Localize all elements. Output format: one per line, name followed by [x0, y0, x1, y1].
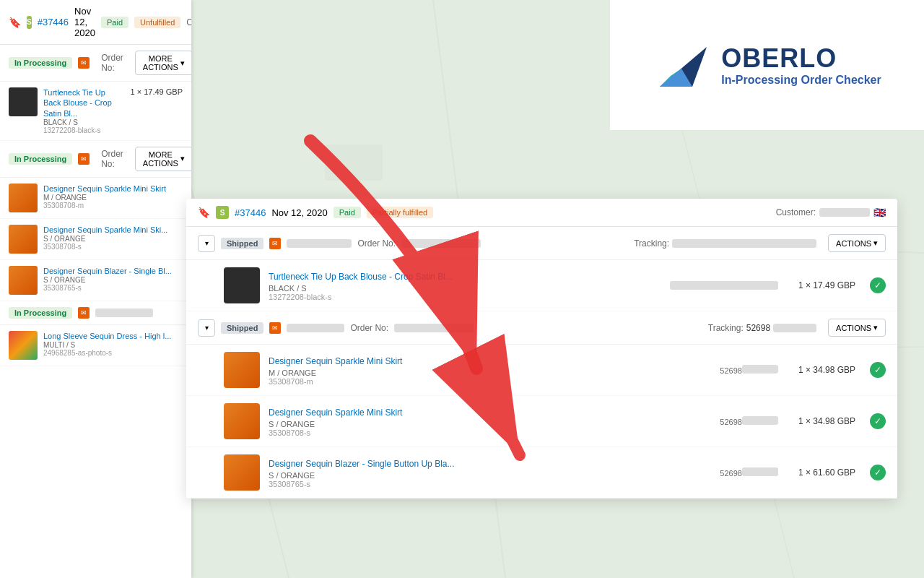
actions-btn-1[interactable]: ACTIONS ▾: [828, 234, 886, 252]
status-badge: Unfulfilled: [134, 17, 180, 28]
more-actions-btn-1[interactable]: MORE ACTIONS ▾: [135, 51, 191, 75]
oberlo-panel: OBERLO In-Processing Order Checker: [610, 0, 924, 130]
overlay-thumb-1-1: [224, 267, 260, 303]
tracking-number-2: 52698: [746, 323, 770, 333]
overlay-product-row-1-1: Turtleneck Tie Up Back Blouse - Crop Sat…: [186, 260, 897, 311]
tracking-section-1: Tracking:: [634, 238, 816, 249]
product-name-1-1[interactable]: Turtleneck Tie Up Back Blouse - Crop Sat…: [43, 87, 125, 118]
product-sku-3-1: 24968285-as-photo-s: [43, 349, 183, 357]
overlay-product-sku-2-1: 35308708-m: [269, 377, 711, 386]
product-thumb-2-2: [9, 225, 38, 254]
customer-section: Customer: 🇬🇧: [186, 17, 191, 28]
overlay-product-variant-2-3: S / ORANGE: [269, 471, 711, 480]
overlay-product-name-2-2[interactable]: Designer Sequin Sparkle Mini Skirt: [269, 407, 402, 418]
overlay-product-variant-2-1: M / ORANGE: [269, 368, 711, 377]
left-panel: 🔖 S #37446 Nov 12, 2020 Paid Unfulfilled…: [0, 0, 191, 578]
shipped-order-no-label-2: Order No:: [350, 323, 388, 333]
product-variant-2-3: S / ORANGE: [43, 276, 183, 284]
overlay-paid-badge: Paid: [334, 207, 361, 218]
product-name-2-1[interactable]: Designer Sequin Sparkle Mini Skirt: [43, 184, 183, 194]
overlay-quantity-1-1: 1 × 17.49 GBP: [798, 280, 855, 290]
product-sku-2-1: 35308708-m: [43, 202, 183, 210]
oberlo-subtitle: In-Processing Order Checker: [721, 74, 881, 87]
product-thumb-1-1: [9, 87, 38, 116]
product-variant-2-2: S / ORANGE: [43, 235, 183, 243]
overlay-thumb-2-3: [224, 454, 260, 491]
order-header: 🔖 S #37446 Nov 12, 2020 Paid Unfulfilled…: [0, 0, 191, 45]
overlay-product-name-1-1[interactable]: Turtleneck Tie Up Back Blouse - Crop Sat…: [269, 272, 453, 282]
more-actions-btn-2[interactable]: MORE ACTIONS ▾: [135, 147, 191, 171]
overlay-product-row-2-2: Designer Sequin Sparkle Mini Skirt S / O…: [186, 396, 897, 447]
check-icon-2-2: ✓: [870, 413, 886, 429]
tracking-label-1: Tracking:: [634, 238, 669, 249]
overlay-order-link[interactable]: #37446: [235, 207, 266, 218]
email-blurred-3: [95, 309, 153, 317]
shipped-email-blurred-2: [287, 324, 344, 332]
overlay-product-info-2-2: Designer Sequin Sparkle Mini Skirt S / O…: [269, 405, 711, 437]
actions-btn-2[interactable]: ACTIONS ▾: [828, 319, 886, 337]
product-info-2-2: Designer Sequin Sparkle Mini Ski... S / …: [43, 225, 183, 251]
product-info-3-1: Long Sleeve Sequin Dress - High l... MUL…: [43, 331, 183, 357]
oberlo-text: OBERLO In-Processing Order Checker: [721, 43, 881, 87]
status-row-2: In Processing ✉ Order No: MORE ACTIONS ▾…: [0, 141, 191, 178]
overlay-bookmark-icon: 🔖: [198, 207, 210, 218]
overlay-product-name-2-1[interactable]: Designer Sequin Sparkle Mini Skirt: [269, 356, 402, 366]
overlay-quantity-2-2: 1 × 34.98 GBP: [798, 416, 855, 426]
product-row-2-2: Designer Sequin Sparkle Mini Ski... S / …: [0, 219, 191, 260]
action-buttons-2: MORE ACTIONS ▾ GET TRACKING NUMBER: [135, 147, 191, 171]
overlay-product-name-2-3[interactable]: Designer Sequin Blazer - Single Button U…: [269, 459, 454, 469]
check-icon-2-1: ✓: [870, 362, 886, 378]
overlay-product-sku-2-3: 35308765-s: [269, 480, 711, 488]
product-row-2-1: Designer Sequin Sparkle Mini Skirt M / O…: [0, 178, 191, 219]
oberlo-title: OBERLO: [721, 43, 881, 74]
product-sku-1-1: 13272208-black-s: [43, 126, 125, 134]
shipped-order-no-label-1: Order No:: [357, 238, 396, 249]
chevron-btn-2[interactable]: ▾: [198, 319, 215, 337]
tracking-label-2: Tracking:: [708, 323, 744, 333]
paid-badge: Paid: [101, 17, 128, 28]
overlay-tracking-num-1-1: [670, 281, 778, 290]
product-sku-2-3: 35308765-s: [43, 284, 183, 292]
overlay-header: 🔖 S #37446 Nov 12, 2020 Paid Partially f…: [186, 199, 897, 227]
product-thumb-3-1: [9, 331, 38, 360]
shipped-order-no-blurred-2: [394, 324, 474, 332]
product-variant-2-1: M / ORANGE: [43, 194, 183, 202]
order-link[interactable]: #37446: [38, 17, 69, 27]
overlay-tracking-2-1: 52698: [720, 365, 778, 375]
product-name-3-1[interactable]: Long Sleeve Sequin Dress - High l...: [43, 331, 183, 341]
overlay-customer-name: [819, 208, 870, 217]
product-name-2-2[interactable]: Designer Sequin Sparkle Mini Ski...: [43, 225, 183, 235]
overlay-order-date: Nov 12, 2020: [271, 207, 327, 218]
product-price-1-1: 1 × 17.49 GBP: [131, 87, 183, 96]
shipped-badge-2: Shipped: [221, 322, 263, 334]
order-no-label-2: Order No:: [101, 149, 123, 169]
overlay-product-info-1-1: Turtleneck Tie Up Back Blouse - Crop Sat…: [269, 269, 661, 301]
email-icon-3: ✉: [78, 307, 90, 319]
product-info-1-1: Turtleneck Tie Up Back Blouse - Crop Sat…: [43, 87, 125, 134]
main-overlay: 🔖 S #37446 Nov 12, 2020 Paid Partially f…: [186, 199, 897, 499]
tracking-number-1: [672, 239, 816, 248]
overlay-customer-label: Customer:: [776, 207, 816, 217]
chevron-btn-1[interactable]: ▾: [198, 235, 215, 252]
email-icon-1: ✉: [78, 57, 90, 69]
status-row-3: In Processing ✉: [0, 301, 191, 325]
overlay-tracking-2-2: 52698: [720, 416, 778, 426]
product-row-1-1: Turtleneck Tie Up Back Blouse - Crop Sat…: [0, 82, 191, 141]
shipped-badge-1: Shipped: [221, 238, 263, 249]
customer-label: Customer:: [186, 17, 191, 27]
overlay-quantity-2-3: 1 × 61.60 GBP: [798, 467, 855, 478]
overlay-product-row-2-3: Designer Sequin Blazer - Single Button U…: [186, 447, 897, 499]
product-row-2-3: Designer Sequin Blazer - Single Bl... S …: [0, 260, 191, 301]
overlay-product-variant-2-2: S / ORANGE: [269, 420, 711, 428]
product-row-3-1: Long Sleeve Sequin Dress - High l... MUL…: [0, 325, 191, 366]
overlay-thumb-2-2: [224, 403, 260, 439]
overlay-thumb-2-1: [224, 352, 260, 388]
shipped-email-icon-1: ✉: [269, 238, 281, 249]
overlay-tracking-2-3: 52698: [720, 467, 778, 478]
shipped-email-icon-2: ✉: [269, 322, 281, 334]
overlay-product-row-2-1: Designer Sequin Sparkle Mini Skirt M / O…: [186, 345, 897, 396]
tracking-number-2-blurred: [773, 324, 816, 332]
product-name-2-3[interactable]: Designer Sequin Blazer - Single Bl...: [43, 266, 183, 276]
overlay-product-sku-2-2: 35308708-s: [269, 428, 711, 437]
product-thumb-2-1: [9, 184, 38, 212]
